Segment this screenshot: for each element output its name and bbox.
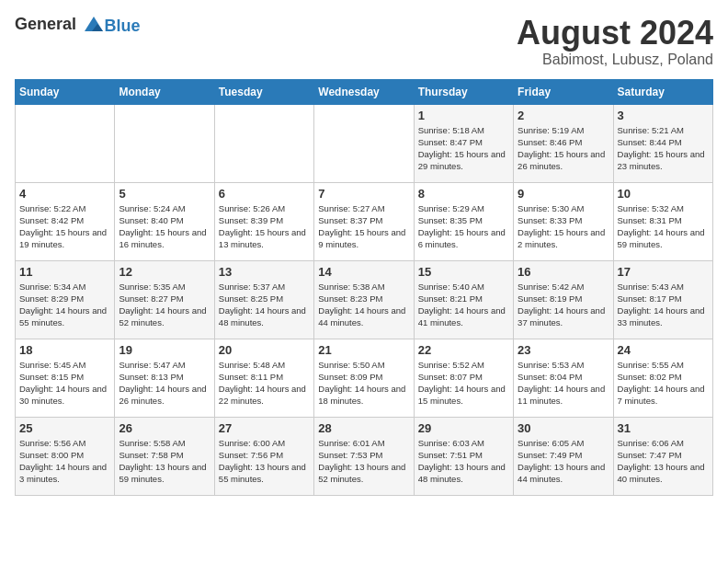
day-cell: 11Sunrise: 5:34 AM Sunset: 8:29 PM Dayli… (16, 260, 115, 339)
week-row-2: 4Sunrise: 5:22 AM Sunset: 8:42 PM Daylig… (16, 182, 713, 260)
day-number: 2 (518, 109, 609, 122)
day-info: Sunrise: 6:06 AM Sunset: 7:47 PM Dayligh… (618, 437, 709, 486)
day-info: Sunrise: 5:29 AM Sunset: 8:35 PM Dayligh… (418, 202, 509, 251)
day-number: 4 (19, 187, 110, 201)
day-number: 1 (418, 109, 509, 122)
day-info: Sunrise: 5:37 AM Sunset: 8:25 PM Dayligh… (219, 281, 310, 329)
weekday-header-sunday: Sunday (16, 79, 115, 104)
day-number: 14 (318, 265, 409, 279)
weekday-header-tuesday: Tuesday (214, 79, 313, 104)
day-number: 8 (418, 187, 509, 201)
day-cell: 26Sunrise: 5:58 AM Sunset: 7:58 PM Dayli… (115, 417, 214, 495)
day-cell: 7Sunrise: 5:27 AM Sunset: 8:37 PM Daylig… (314, 182, 414, 260)
day-cell: 1Sunrise: 5:18 AM Sunset: 8:47 PM Daylig… (414, 104, 513, 182)
day-cell (115, 104, 214, 182)
day-number: 13 (219, 265, 310, 279)
day-cell: 22Sunrise: 5:52 AM Sunset: 8:07 PM Dayli… (414, 339, 513, 417)
day-info: Sunrise: 5:45 AM Sunset: 8:15 PM Dayligh… (19, 359, 110, 408)
weekday-header-row: SundayMondayTuesdayWednesdayThursdayFrid… (16, 79, 713, 104)
day-cell: 10Sunrise: 5:32 AM Sunset: 8:31 PM Dayli… (613, 182, 712, 260)
day-number: 11 (19, 265, 110, 279)
day-info: Sunrise: 5:48 AM Sunset: 8:11 PM Dayligh… (219, 359, 310, 408)
day-number: 5 (119, 187, 210, 201)
day-info: Sunrise: 5:50 AM Sunset: 8:09 PM Dayligh… (318, 359, 409, 408)
logo-icon (83, 15, 105, 37)
day-number: 7 (318, 187, 409, 201)
calendar-table: SundayMondayTuesdayWednesdayThursdayFrid… (15, 79, 713, 496)
day-info: Sunrise: 5:19 AM Sunset: 8:46 PM Dayligh… (518, 124, 609, 173)
day-info: Sunrise: 5:35 AM Sunset: 8:27 PM Dayligh… (119, 281, 210, 329)
logo: General Blue (15, 15, 141, 37)
day-info: Sunrise: 5:58 AM Sunset: 7:58 PM Dayligh… (119, 437, 210, 486)
day-number: 18 (19, 343, 110, 357)
day-cell: 13Sunrise: 5:37 AM Sunset: 8:25 PM Dayli… (214, 260, 313, 339)
day-number: 6 (219, 187, 310, 201)
day-info: Sunrise: 5:38 AM Sunset: 8:23 PM Dayligh… (318, 281, 409, 329)
day-cell: 17Sunrise: 5:43 AM Sunset: 8:17 PM Dayli… (613, 260, 712, 339)
day-info: Sunrise: 6:03 AM Sunset: 7:51 PM Dayligh… (418, 437, 509, 486)
day-number: 24 (618, 343, 709, 357)
header: General Blue August 2024 Babimost, Lubus… (15, 15, 713, 68)
day-cell: 18Sunrise: 5:45 AM Sunset: 8:15 PM Dayli… (16, 339, 115, 417)
day-cell (16, 104, 115, 182)
day-number: 10 (618, 187, 709, 201)
day-cell: 21Sunrise: 5:50 AM Sunset: 8:09 PM Dayli… (314, 339, 414, 417)
week-row-4: 18Sunrise: 5:45 AM Sunset: 8:15 PM Dayli… (16, 339, 713, 417)
weekday-header-friday: Friday (514, 79, 613, 104)
day-cell: 16Sunrise: 5:42 AM Sunset: 8:19 PM Dayli… (514, 260, 613, 339)
day-number: 12 (119, 265, 210, 279)
day-info: Sunrise: 5:22 AM Sunset: 8:42 PM Dayligh… (19, 202, 110, 251)
day-cell: 3Sunrise: 5:21 AM Sunset: 8:44 PM Daylig… (613, 104, 712, 182)
day-info: Sunrise: 5:32 AM Sunset: 8:31 PM Dayligh… (618, 202, 709, 251)
day-cell: 4Sunrise: 5:22 AM Sunset: 8:42 PM Daylig… (16, 182, 115, 260)
day-info: Sunrise: 5:52 AM Sunset: 8:07 PM Dayligh… (418, 359, 509, 408)
day-cell: 28Sunrise: 6:01 AM Sunset: 7:53 PM Dayli… (314, 417, 414, 495)
day-info: Sunrise: 5:42 AM Sunset: 8:19 PM Dayligh… (518, 281, 609, 329)
day-cell (214, 104, 313, 182)
day-number: 19 (119, 343, 210, 357)
weekday-header-thursday: Thursday (414, 79, 513, 104)
logo-blue: Blue (105, 17, 141, 35)
day-info: Sunrise: 5:18 AM Sunset: 8:47 PM Dayligh… (418, 124, 509, 173)
day-number: 26 (119, 421, 210, 435)
day-cell: 12Sunrise: 5:35 AM Sunset: 8:27 PM Dayli… (115, 260, 214, 339)
day-info: Sunrise: 5:24 AM Sunset: 8:40 PM Dayligh… (119, 202, 210, 251)
day-cell: 25Sunrise: 5:56 AM Sunset: 8:00 PM Dayli… (16, 417, 115, 495)
day-info: Sunrise: 5:55 AM Sunset: 8:02 PM Dayligh… (618, 359, 709, 408)
day-info: Sunrise: 5:40 AM Sunset: 8:21 PM Dayligh… (418, 281, 509, 329)
day-info: Sunrise: 6:00 AM Sunset: 7:56 PM Dayligh… (219, 437, 310, 486)
day-number: 25 (19, 421, 110, 435)
day-info: Sunrise: 5:30 AM Sunset: 8:33 PM Dayligh… (518, 202, 609, 251)
day-cell: 23Sunrise: 5:53 AM Sunset: 8:04 PM Dayli… (514, 339, 613, 417)
day-info: Sunrise: 5:34 AM Sunset: 8:29 PM Dayligh… (19, 281, 110, 329)
day-cell: 27Sunrise: 6:00 AM Sunset: 7:56 PM Dayli… (214, 417, 313, 495)
day-number: 20 (219, 343, 310, 357)
day-cell: 31Sunrise: 6:06 AM Sunset: 7:47 PM Dayli… (613, 417, 712, 495)
day-info: Sunrise: 6:01 AM Sunset: 7:53 PM Dayligh… (318, 437, 409, 486)
weekday-header-monday: Monday (115, 79, 214, 104)
day-info: Sunrise: 5:27 AM Sunset: 8:37 PM Dayligh… (318, 202, 409, 251)
day-number: 15 (418, 265, 509, 279)
day-number: 30 (518, 421, 609, 435)
day-cell: 15Sunrise: 5:40 AM Sunset: 8:21 PM Dayli… (414, 260, 513, 339)
day-number: 21 (318, 343, 409, 357)
title-section: August 2024 Babimost, Lubusz, Poland (517, 15, 713, 68)
day-info: Sunrise: 6:05 AM Sunset: 7:49 PM Dayligh… (518, 437, 609, 486)
day-info: Sunrise: 5:26 AM Sunset: 8:39 PM Dayligh… (219, 202, 310, 251)
day-number: 3 (618, 109, 709, 122)
calendar-subtitle: Babimost, Lubusz, Poland (517, 52, 713, 68)
day-cell (314, 104, 414, 182)
day-info: Sunrise: 5:47 AM Sunset: 8:13 PM Dayligh… (119, 359, 210, 408)
week-row-5: 25Sunrise: 5:56 AM Sunset: 8:00 PM Dayli… (16, 417, 713, 495)
day-number: 29 (418, 421, 509, 435)
day-number: 9 (518, 187, 609, 201)
day-info: Sunrise: 5:43 AM Sunset: 8:17 PM Dayligh… (618, 281, 709, 329)
day-number: 17 (618, 265, 709, 279)
day-cell: 30Sunrise: 6:05 AM Sunset: 7:49 PM Dayli… (514, 417, 613, 495)
day-number: 31 (618, 421, 709, 435)
day-cell: 6Sunrise: 5:26 AM Sunset: 8:39 PM Daylig… (214, 182, 313, 260)
day-info: Sunrise: 5:56 AM Sunset: 8:00 PM Dayligh… (19, 437, 110, 486)
logo-general: General (15, 15, 76, 33)
week-row-1: 1Sunrise: 5:18 AM Sunset: 8:47 PM Daylig… (16, 104, 713, 182)
day-number: 27 (219, 421, 310, 435)
